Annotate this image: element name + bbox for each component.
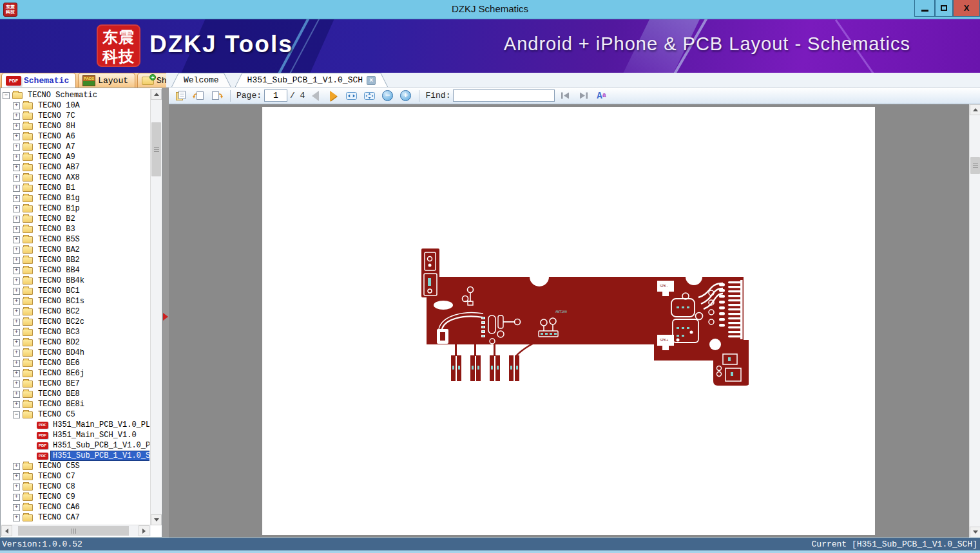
tree-item-folder[interactable]: +TECNO BE6j xyxy=(1,368,149,379)
expander-expand-icon[interactable]: + xyxy=(13,380,20,388)
tree-item-folder[interactable]: +TECNO BE8i xyxy=(1,399,149,409)
tree-item-folder[interactable]: +TECNO C5S xyxy=(1,461,149,471)
expander-expand-icon[interactable]: + xyxy=(13,154,20,161)
viewer-vscroll-thumb[interactable] xyxy=(970,157,980,174)
page-number-input[interactable] xyxy=(264,89,287,102)
tree-item-folder[interactable]: +TECNO 8H xyxy=(1,121,149,131)
tree-item-folder[interactable]: +TECNO BE6 xyxy=(1,358,149,368)
expander-expand-icon[interactable]: + xyxy=(13,226,20,233)
tree-item-folder[interactable]: +TECNO BC2c xyxy=(1,317,149,327)
tree-item-pdf[interactable]: PDFH351_Main_SCH_V1.0 xyxy=(1,430,149,440)
tree-item-pdf[interactable]: PDFH351_Main_PCB_V1.0_PLACEMEN xyxy=(1,420,149,430)
zoom-in-button[interactable]: + xyxy=(398,89,413,103)
expander-expand-icon[interactable]: + xyxy=(13,473,20,480)
tree-item-folder[interactable]: +TECNO C8 xyxy=(1,482,149,492)
tree-item-folder[interactable]: +TECNO CA7 xyxy=(1,512,149,523)
expander-expand-icon[interactable]: + xyxy=(13,483,20,491)
tree-item-folder[interactable]: +TECNO AX8 xyxy=(1,173,149,183)
tab-schematic[interactable]: PDFSchematic xyxy=(1,73,76,88)
expander-expand-icon[interactable]: + xyxy=(13,319,20,326)
tree-item-folder[interactable]: +TECNO B2 xyxy=(1,214,149,224)
tree-item-folder[interactable]: +TECNO B5S xyxy=(1,234,149,245)
tree-item-folder-expanded[interactable]: −TECNO C5 xyxy=(1,409,149,420)
find-previous-button[interactable] xyxy=(557,89,573,103)
expander-expand-icon[interactable]: + xyxy=(13,329,20,336)
tree-item-folder[interactable]: +TECNO BE7 xyxy=(1,379,149,389)
rotate-left-button[interactable] xyxy=(191,89,206,103)
pdf-viewer-canvas[interactable]: ANT100 SPK- SPK+ xyxy=(169,104,969,538)
expander-expand-icon[interactable]: + xyxy=(13,113,20,120)
expander-expand-icon[interactable]: + xyxy=(13,236,20,243)
expander-expand-icon[interactable]: + xyxy=(13,174,20,182)
tree-vscroll-thumb[interactable] xyxy=(151,122,161,176)
expander-expand-icon[interactable]: + xyxy=(13,308,20,315)
doc-tab[interactable]: Welcome xyxy=(171,73,231,87)
panel-splitter[interactable] xyxy=(162,88,169,538)
tree-item-folder[interactable]: +TECNO CA6 xyxy=(1,502,149,512)
close-tab-icon[interactable]: × xyxy=(367,76,376,85)
tree-item-pdf[interactable]: PDFH351_Sub_PCB_1_V1.0_SCH xyxy=(1,451,149,461)
expander-expand-icon[interactable]: + xyxy=(13,298,20,305)
tree-item-folder[interactable]: +TECNO B1 xyxy=(1,183,149,193)
expander-expand-icon[interactable]: + xyxy=(13,463,20,470)
doc-tab[interactable]: H351_Sub_PCB_1_V1.0_SCH× xyxy=(235,73,388,87)
expander-expand-icon[interactable]: + xyxy=(13,216,20,223)
expander-expand-icon[interactable]: + xyxy=(13,401,20,408)
viewer-scroll-down-button[interactable] xyxy=(970,527,980,538)
scroll-down-button[interactable] xyxy=(151,514,162,525)
tree-item-folder[interactable]: +TECNO A7 xyxy=(1,142,149,152)
tree-item-folder[interactable]: +TECNO BD2 xyxy=(1,337,149,348)
tree-item-folder[interactable]: +TECNO 7C xyxy=(1,111,149,121)
expander-expand-icon[interactable]: + xyxy=(13,391,20,398)
tree-item-folder[interactable]: +TECNO BC3 xyxy=(1,327,149,337)
tree-horizontal-scrollbar[interactable] xyxy=(1,525,151,536)
minimize-button[interactable] xyxy=(914,0,935,17)
tree-item-folder[interactable]: +TECNO BB4 xyxy=(1,265,149,276)
expander-expand-icon[interactable]: + xyxy=(13,102,20,109)
expander-expand-icon[interactable]: + xyxy=(13,205,20,212)
font-size-button[interactable]: Aa xyxy=(593,89,609,103)
expander-expand-icon[interactable]: + xyxy=(13,133,20,140)
tree-item-folder[interactable]: +TECNO 10A xyxy=(1,100,149,111)
expander-expand-icon[interactable]: + xyxy=(13,494,20,501)
tree-item-folder[interactable]: +TECNO A9 xyxy=(1,152,149,162)
collapse-panel-arrow-icon[interactable] xyxy=(163,313,168,321)
expander-expand-icon[interactable]: + xyxy=(13,144,20,151)
expander-collapse-icon[interactable]: − xyxy=(13,411,20,418)
tree-item-folder[interactable]: +TECNO B1p xyxy=(1,203,149,214)
expander-expand-icon[interactable]: + xyxy=(13,370,20,377)
scroll-right-button[interactable] xyxy=(139,525,149,536)
expander-expand-icon[interactable]: + xyxy=(13,195,20,202)
tree-item-folder[interactable]: +TECNO B1g xyxy=(1,193,149,203)
fit-width-button[interactable] xyxy=(343,89,359,103)
scroll-up-button[interactable] xyxy=(151,89,162,100)
tree-item-folder[interactable]: +TECNO B3 xyxy=(1,224,149,234)
close-button[interactable]: X xyxy=(953,0,980,17)
tree-item-folder[interactable]: +TECNO C7 xyxy=(1,471,149,482)
expander-expand-icon[interactable]: + xyxy=(13,164,20,171)
tree-item-folder[interactable]: +TECNO BC1s xyxy=(1,296,149,306)
tree-item-folder[interactable]: +TECNO BB2 xyxy=(1,255,149,265)
maximize-button[interactable] xyxy=(935,0,953,17)
viewer-scroll-up-button[interactable] xyxy=(970,104,980,115)
expander-expand-icon[interactable]: + xyxy=(13,288,20,295)
expander-expand-icon[interactable]: + xyxy=(13,350,20,357)
expander-expand-icon[interactable]: + xyxy=(13,267,20,274)
tree-item-folder[interactable]: +TECNO C9 xyxy=(1,492,149,502)
find-input[interactable] xyxy=(453,89,555,102)
tree-item-folder[interactable]: +TECNO BB4k xyxy=(1,276,149,286)
tree-item-folder[interactable]: +TECNO BA2 xyxy=(1,245,149,255)
expander-expand-icon[interactable]: + xyxy=(13,123,20,130)
tree-vertical-scrollbar[interactable] xyxy=(150,89,161,525)
page-thumbnail-button[interactable] xyxy=(173,89,188,103)
rotate-right-button[interactable] xyxy=(209,89,224,103)
expander-expand-icon[interactable]: + xyxy=(13,257,20,264)
tree-item-pdf[interactable]: PDFH351_Sub_PCB_1_V1.0_PLACEME xyxy=(1,440,149,451)
tree-item-folder[interactable]: +TECNO A6 xyxy=(1,131,149,142)
previous-page-button[interactable] xyxy=(307,89,323,103)
tree-item-folder[interactable]: +TECNO AB7 xyxy=(1,162,149,173)
expander-expand-icon[interactable]: + xyxy=(13,339,20,346)
expander-collapse-icon[interactable]: − xyxy=(3,92,10,99)
tree-root[interactable]: −TECNO Schematic xyxy=(1,90,149,100)
expander-expand-icon[interactable]: + xyxy=(13,185,20,192)
